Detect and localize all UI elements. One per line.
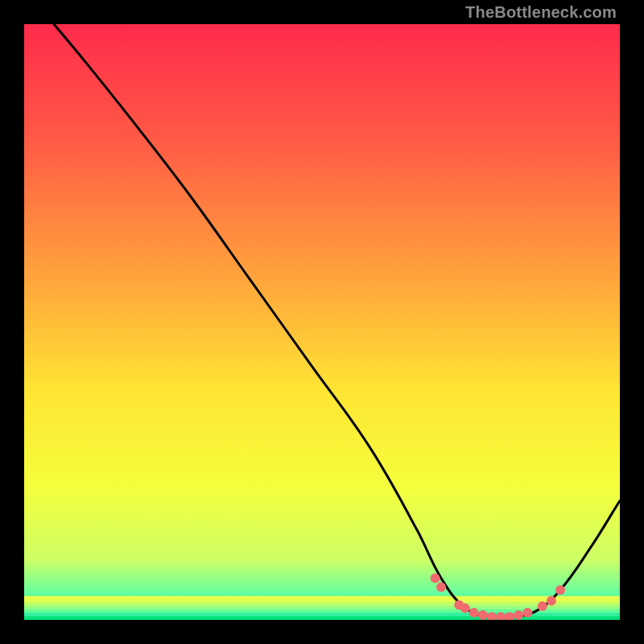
chart-svg [24,24,620,620]
highlight-point [538,601,547,611]
bottom-band [24,596,620,602]
highlight-point [514,610,523,620]
gradient-background [24,24,620,620]
chart-frame: TheBottleneck.com [0,0,644,644]
highlight-point [431,573,440,583]
highlight-point [555,585,565,595]
bottom-band [24,617,620,620]
watermark-text: TheBottleneck.com [465,3,617,22]
highlight-point [436,582,446,592]
highlight-point [547,596,556,605]
chart-plot-area [24,24,620,620]
highlight-point [460,603,470,613]
highlight-point [478,610,488,620]
highlight-point [469,608,479,617]
highlight-point [522,608,532,617]
